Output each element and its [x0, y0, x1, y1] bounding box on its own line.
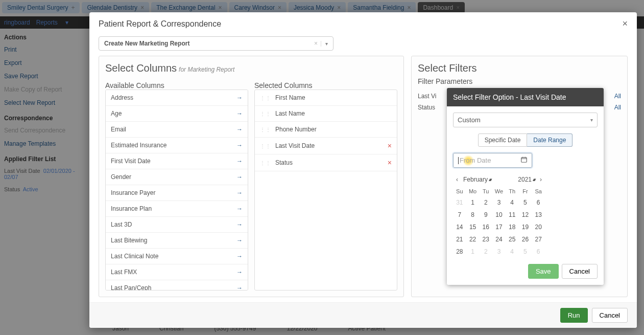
- calendar-day[interactable]: 9: [479, 209, 492, 221]
- weekday-label: We: [492, 188, 506, 194]
- available-column-row: First Visit Date→: [106, 153, 248, 169]
- calendar-day[interactable]: 12: [519, 209, 532, 221]
- weekday-label: Mo: [466, 188, 480, 194]
- column-name: Status: [275, 159, 388, 166]
- calendar-day[interactable]: 24: [492, 233, 506, 245]
- column-name: Last Name: [275, 110, 392, 117]
- calendar-day[interactable]: 21: [453, 233, 466, 245]
- calendar-day: 4: [506, 245, 519, 258]
- popover-title: Select Filter Option - Last Visit Date: [447, 88, 604, 106]
- from-date-input[interactable]: From Date: [453, 153, 532, 168]
- calendar-day: 31: [453, 196, 466, 209]
- modal-close-button[interactable]: ×: [622, 18, 628, 29]
- add-column-arrow-icon[interactable]: →: [236, 94, 243, 101]
- add-column-arrow-icon[interactable]: →: [236, 237, 243, 244]
- calendar-day[interactable]: 3: [492, 196, 506, 209]
- cancel-button[interactable]: Cancel: [592, 308, 628, 323]
- calendar-day[interactable]: 6: [532, 196, 545, 209]
- add-column-arrow-icon[interactable]: →: [236, 110, 243, 117]
- drag-handle-icon[interactable]: ⋮⋮: [260, 95, 271, 101]
- add-column-arrow-icon[interactable]: →: [236, 221, 243, 228]
- report-name-select[interactable]: Create New Marketing Report × ▾: [99, 36, 333, 51]
- available-column-row: Gender→: [106, 169, 248, 185]
- selected-column-row: ⋮⋮First Name: [255, 90, 397, 106]
- calendar-day[interactable]: 15: [466, 221, 480, 233]
- calendar-day[interactable]: 28: [453, 245, 466, 258]
- column-name: Last Pan/Ceph: [111, 284, 236, 291]
- chevron-down-icon[interactable]: ▾: [321, 41, 328, 47]
- drag-handle-icon[interactable]: ⋮⋮: [260, 143, 271, 149]
- selected-columns-list[interactable]: ⋮⋮First Name⋮⋮Last Name⋮⋮Phone Number⋮⋮L…: [254, 90, 397, 291]
- run-button[interactable]: Run: [560, 308, 588, 323]
- date-picker: ‹ February▴▾ 2021▴▾ › SuMoTuWeThFrSa 311…: [453, 173, 545, 258]
- remove-column-icon[interactable]: ×: [388, 142, 392, 150]
- calendar-day[interactable]: 4: [506, 196, 519, 209]
- available-column-row: Insurance Plan→: [106, 201, 248, 217]
- calendar-day[interactable]: 2: [479, 196, 492, 209]
- add-column-arrow-icon[interactable]: →: [236, 189, 243, 196]
- calendar-day[interactable]: 10: [492, 209, 506, 221]
- calendar-day[interactable]: 19: [519, 221, 532, 233]
- month-select[interactable]: February▴▾: [461, 175, 493, 184]
- calendar-day[interactable]: 18: [506, 221, 519, 233]
- report-name-text: Create New Marketing Report: [104, 40, 311, 47]
- date-range-button[interactable]: Date Range: [527, 133, 573, 147]
- year-select[interactable]: 2021▴▾: [516, 175, 537, 184]
- calendar-day[interactable]: 23: [479, 233, 492, 245]
- preset-select[interactable]: Custom ▾: [453, 113, 598, 127]
- next-month-button[interactable]: ›: [537, 175, 545, 184]
- prev-month-button[interactable]: ‹: [453, 175, 461, 184]
- add-column-arrow-icon[interactable]: →: [236, 205, 243, 212]
- add-column-arrow-icon[interactable]: →: [236, 253, 243, 260]
- add-column-arrow-icon[interactable]: →: [236, 173, 243, 181]
- calendar-day[interactable]: 13: [532, 209, 545, 221]
- drag-handle-icon[interactable]: ⋮⋮: [260, 160, 271, 166]
- weekday-label: Tu: [479, 188, 492, 194]
- calendar-day[interactable]: 11: [506, 209, 519, 221]
- add-column-arrow-icon[interactable]: →: [236, 158, 243, 165]
- available-column-row: Email→: [106, 122, 248, 138]
- remove-column-icon[interactable]: ×: [388, 159, 392, 167]
- specific-date-button[interactable]: Specific Date: [478, 133, 528, 147]
- column-name: Estimated Insurance: [111, 142, 236, 149]
- available-column-row: Last 3D→: [106, 217, 248, 233]
- selected-column-row: ⋮⋮Status×: [255, 154, 397, 171]
- drag-handle-icon[interactable]: ⋮⋮: [260, 111, 271, 117]
- calendar-day[interactable]: 1: [466, 196, 480, 209]
- select-filters-heading: Select Filters: [418, 62, 621, 74]
- available-column-row: Last Pan/Ceph→: [106, 280, 248, 291]
- column-name: Last Visit Date: [275, 142, 388, 149]
- calendar-day[interactable]: 22: [466, 233, 480, 245]
- available-columns-list[interactable]: Address→Age→Email→Estimated Insurance→Fi…: [105, 90, 248, 291]
- drag-handle-icon[interactable]: ⋮⋮: [260, 127, 271, 132]
- calendar-day[interactable]: 16: [479, 221, 492, 233]
- calendar-icon[interactable]: [520, 156, 528, 165]
- add-column-arrow-icon[interactable]: →: [236, 142, 243, 149]
- calendar-day: 6: [532, 245, 545, 258]
- calendar-day[interactable]: 5: [519, 196, 532, 209]
- add-column-arrow-icon[interactable]: →: [236, 126, 243, 133]
- clear-icon[interactable]: ×: [314, 40, 318, 47]
- popover-save-button[interactable]: Save: [528, 264, 559, 279]
- available-column-row: Estimated Insurance→: [106, 138, 248, 153]
- calendar-day[interactable]: 14: [453, 221, 466, 233]
- available-columns-heading: Available Columns: [105, 81, 248, 90]
- column-name: Email: [111, 126, 236, 133]
- calendar-day[interactable]: 7: [453, 209, 466, 221]
- calendar-day[interactable]: 20: [532, 221, 545, 233]
- calendar-day[interactable]: 25: [506, 233, 519, 245]
- calendar-day[interactable]: 17: [492, 221, 506, 233]
- add-column-arrow-icon[interactable]: →: [236, 269, 243, 276]
- column-name: Insurance Plan: [111, 205, 236, 212]
- add-column-arrow-icon[interactable]: →: [236, 284, 243, 291]
- popover-cancel-button[interactable]: Cancel: [562, 264, 598, 279]
- filter-all-link[interactable]: All: [614, 93, 621, 100]
- filter-all-link[interactable]: All: [614, 104, 621, 111]
- calendar-day[interactable]: 8: [466, 209, 480, 221]
- column-name: Gender: [111, 173, 236, 181]
- calendar-day[interactable]: 27: [532, 233, 545, 245]
- column-name: Address: [111, 94, 236, 101]
- column-name: Insurance Payer: [111, 189, 236, 196]
- calendar-day[interactable]: 26: [519, 233, 532, 245]
- filter-parameters-heading: Filter Parameters: [418, 77, 621, 85]
